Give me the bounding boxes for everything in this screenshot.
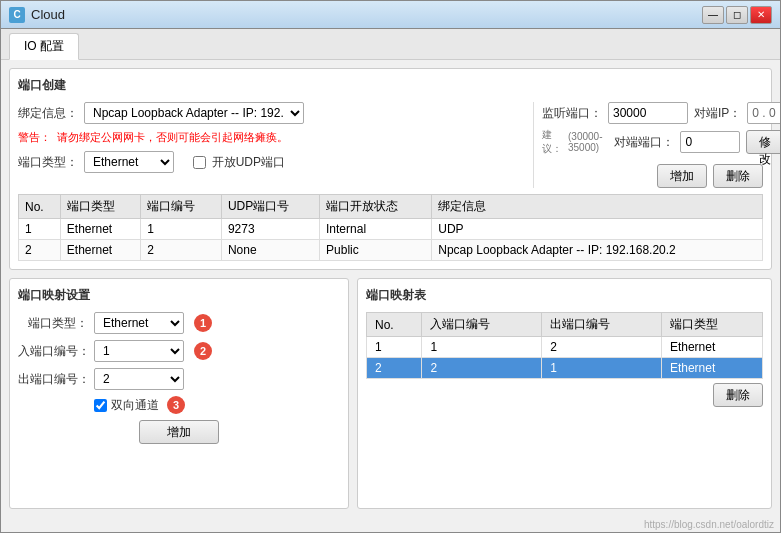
port-table: No. 端口类型 端口编号 UDP端口号 端口开放状态 绑定信息 1Ethern…	[18, 194, 763, 261]
map-col-out: 出端口编号	[542, 313, 662, 337]
warning-label: 警告：	[18, 130, 51, 145]
modify-button[interactable]: 修改	[746, 130, 780, 154]
tab-io-config[interactable]: IO 配置	[9, 33, 79, 60]
listen-port-row: 监听端口： 对端IP：	[542, 102, 763, 124]
remote-ip-input	[747, 102, 780, 124]
port-create-section: 端口创建 绑定信息： Npcap Loopback Adapter -- IP:…	[9, 68, 772, 270]
map-delete-btn-row: 删除	[366, 383, 763, 407]
warning-text: 请勿绑定公网网卡，否则可能会引起网络瘫痪。	[57, 130, 288, 145]
map-port-type-label: 端口类型：	[18, 315, 88, 332]
watermark: https://blog.csdn.net/oalordtiz	[1, 517, 780, 532]
map-port-type-select[interactable]: Ethernet	[94, 312, 184, 334]
col-udp: UDP端口号	[221, 195, 319, 219]
remote-port-label: 对端端口：	[614, 134, 674, 151]
col-type: 端口类型	[60, 195, 141, 219]
table-row[interactable]: 221Ethernet	[367, 358, 763, 379]
port-type-row: 端口类型： Ethernet 开放UDP端口	[18, 151, 525, 173]
map-port-type-row: 端口类型： Ethernet 1	[18, 312, 340, 334]
top-form-area: 绑定信息： Npcap Loopback Adapter -- IP: 192.…	[18, 102, 763, 188]
map-col-in: 入端口编号	[422, 313, 542, 337]
col-no: No.	[19, 195, 61, 219]
col-status: 端口开放状态	[320, 195, 432, 219]
badge-3: 3	[167, 396, 185, 414]
in-port-select[interactable]: 1 2	[94, 340, 184, 362]
map-col-no: No.	[367, 313, 422, 337]
port-map-settings-title: 端口映射设置	[18, 287, 340, 304]
app-icon: C	[9, 7, 25, 23]
add-delete-buttons: 增加 删除	[542, 164, 763, 188]
bind-row: 绑定信息： Npcap Loopback Adapter -- IP: 192.…	[18, 102, 525, 124]
tab-bar: IO 配置	[1, 29, 780, 60]
map-col-type: 端口类型	[661, 313, 762, 337]
close-button[interactable]: ✕	[750, 6, 772, 24]
port-type-label: 端口类型：	[18, 154, 78, 171]
suggest-label: 建议：	[542, 128, 562, 156]
listen-port-input[interactable]	[608, 102, 688, 124]
map-add-btn-row: 增加	[18, 420, 340, 444]
title-bar: C Cloud — ◻ ✕	[1, 1, 780, 29]
in-port-row: 入端口编号： 1 2 2	[18, 340, 340, 362]
suggest-range: (30000-35000)	[568, 131, 602, 153]
bottom-area: 端口映射设置 端口类型： Ethernet 1 入端口编号： 1 2 2	[9, 278, 772, 509]
port-map-table-title: 端口映射表	[366, 287, 763, 304]
badge-2: 2	[194, 342, 212, 360]
delete-port-button[interactable]: 删除	[713, 164, 763, 188]
top-left-form: 绑定信息： Npcap Loopback Adapter -- IP: 192.…	[18, 102, 525, 188]
main-window: C Cloud — ◻ ✕ IO 配置 端口创建 绑定信息： Npcap Loo…	[0, 0, 781, 533]
port-type-select[interactable]: Ethernet	[84, 151, 174, 173]
restore-button[interactable]: ◻	[726, 6, 748, 24]
table-row[interactable]: 112Ethernet	[367, 337, 763, 358]
main-content: 端口创建 绑定信息： Npcap Loopback Adapter -- IP:…	[1, 60, 780, 517]
remote-port-input[interactable]	[680, 131, 740, 153]
suggest-row: 建议： (30000-35000) 对端端口： 修改	[542, 128, 763, 156]
col-num: 端口编号	[141, 195, 222, 219]
remote-ip-label: 对端IP：	[694, 105, 741, 122]
map-add-button[interactable]: 增加	[139, 420, 219, 444]
title-buttons: — ◻ ✕	[702, 6, 772, 24]
table-row[interactable]: 1Ethernet19273InternalUDP	[19, 219, 763, 240]
bidirectional-row: 双向通道 3	[94, 396, 340, 414]
map-table: No. 入端口编号 出端口编号 端口类型 112Ethernet221Ether…	[366, 312, 763, 379]
top-right-panel: 监听端口： 对端IP： 建议： (30000-35000) 对端端口： 修改	[533, 102, 763, 188]
out-port-row: 出端口编号： 2 1	[18, 368, 340, 390]
udp-checkbox[interactable]	[193, 156, 206, 169]
port-map-settings-section: 端口映射设置 端口类型： Ethernet 1 入端口编号： 1 2 2	[9, 278, 349, 509]
udp-checkbox-label: 开放UDP端口	[212, 154, 285, 171]
bidirectional-checkbox[interactable]	[94, 399, 107, 412]
bind-label: 绑定信息：	[18, 105, 78, 122]
out-port-label: 出端口编号：	[18, 371, 88, 388]
port-map-table-section: 端口映射表 No. 入端口编号 出端口编号 端口类型 112Ethernet22…	[357, 278, 772, 509]
map-delete-button[interactable]: 删除	[713, 383, 763, 407]
in-port-label: 入端口编号：	[18, 343, 88, 360]
top-right-inner: 监听端口： 对端IP： 建议： (30000-35000) 对端端口： 修改	[542, 102, 763, 188]
port-create-title: 端口创建	[18, 77, 763, 94]
port-table-wrapper: No. 端口类型 端口编号 UDP端口号 端口开放状态 绑定信息 1Ethern…	[18, 194, 763, 261]
out-port-select[interactable]: 2 1	[94, 368, 184, 390]
bind-select[interactable]: Npcap Loopback Adapter -- IP: 192.168.20…	[84, 102, 304, 124]
add-port-button[interactable]: 增加	[657, 164, 707, 188]
listen-port-label: 监听端口：	[542, 105, 602, 122]
bidirectional-label: 双向通道	[111, 397, 159, 414]
warning-row: 警告： 请勿绑定公网网卡，否则可能会引起网络瘫痪。	[18, 130, 525, 145]
badge-1: 1	[194, 314, 212, 332]
minimize-button[interactable]: —	[702, 6, 724, 24]
window-title: Cloud	[31, 7, 702, 22]
table-row[interactable]: 2Ethernet2NonePublicNpcap Loopback Adapt…	[19, 240, 763, 261]
col-bind: 绑定信息	[432, 195, 763, 219]
